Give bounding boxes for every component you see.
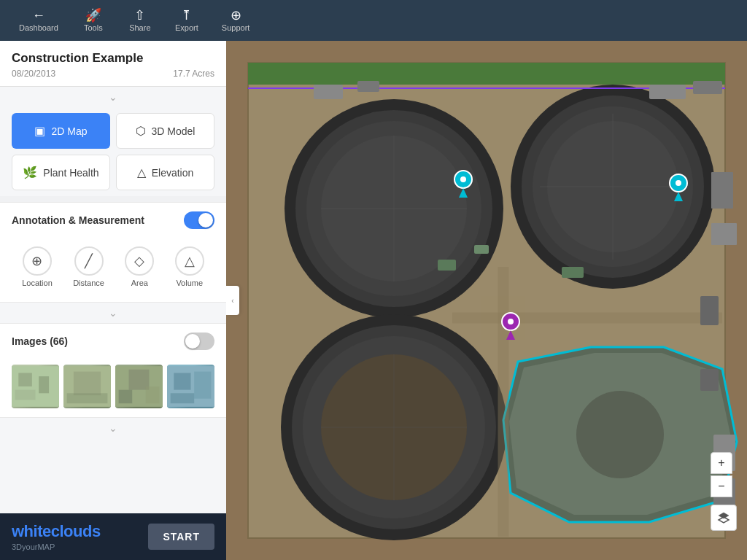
svg-point-57 bbox=[460, 176, 466, 182]
nav-share[interactable]: ⇧ Share bbox=[118, 4, 162, 36]
area-tool[interactable]: ◇ Area bbox=[119, 244, 160, 290]
brand-name: whiteclouds bbox=[12, 522, 101, 541]
annotation-header: Annotation & Measurement bbox=[0, 203, 226, 238]
aerial-map-svg bbox=[226, 41, 747, 560]
sidebar: Construction Example 08/20/2013 17.7 Acr… bbox=[0, 41, 226, 560]
volume-label: Volume bbox=[176, 279, 203, 287]
view-3d-model-label: 3D Model bbox=[152, 125, 196, 137]
location-tool[interactable]: ⊕ Location bbox=[16, 244, 58, 290]
svg-rect-45 bbox=[693, 81, 722, 94]
distance-label: Distance bbox=[73, 279, 104, 287]
mountain-icon: △ bbox=[137, 166, 146, 179]
nav-export[interactable]: ⤒ Export bbox=[165, 4, 209, 36]
view-2d-map-button[interactable]: ▣ 2D Map bbox=[12, 113, 110, 149]
image-thumb-4[interactable] bbox=[167, 365, 214, 408]
back-arrow-icon: ← bbox=[32, 9, 45, 22]
share-icon: ⇧ bbox=[134, 9, 145, 22]
zoom-in-button[interactable]: + bbox=[711, 452, 732, 474]
volume-tool[interactable]: △ Volume bbox=[169, 244, 210, 290]
project-header: Construction Example 08/20/2013 17.7 Acr… bbox=[0, 41, 226, 87]
svg-rect-6 bbox=[67, 393, 108, 403]
images-title: Images (66) bbox=[12, 335, 68, 347]
svg-rect-18 bbox=[248, 63, 725, 85]
images-toggle[interactable] bbox=[184, 332, 214, 350]
svg-rect-1 bbox=[18, 373, 32, 386]
images-grid bbox=[0, 365, 226, 417]
view-modes-grid: ▣ 2D Map ⬡ 3D Model 🌿 Plant Health △ Ele… bbox=[0, 107, 226, 196]
annotation-tools-row: ⊕ Location ╱ Distance ◇ Area △ Volume bbox=[0, 238, 226, 302]
main-layout: Construction Example 08/20/2013 17.7 Acr… bbox=[0, 41, 747, 560]
svg-rect-3 bbox=[15, 390, 36, 400]
nav-tools[interactable]: 🚀 Tools bbox=[71, 4, 115, 36]
svg-rect-44 bbox=[649, 85, 686, 99]
gap-divider-1 bbox=[0, 196, 226, 202]
layers-icon bbox=[717, 511, 730, 524]
collapse-annotation-arrow[interactable]: ⌄ bbox=[0, 303, 226, 323]
image-thumb-2[interactable] bbox=[63, 365, 111, 408]
map-layers-button[interactable] bbox=[711, 505, 737, 531]
svg-rect-14 bbox=[171, 393, 195, 403]
svg-rect-55 bbox=[711, 223, 737, 245]
collapse-images-arrow[interactable]: ⌄ bbox=[0, 418, 226, 438]
svg-point-63 bbox=[508, 319, 514, 324]
nav-support-label: Support bbox=[222, 23, 250, 32]
map-area[interactable]: ‹ + − bbox=[226, 41, 747, 560]
view-elevation-button[interactable]: △ Elevation bbox=[116, 155, 214, 190]
project-title: Construction Example bbox=[12, 51, 214, 66]
map-icon: ▣ bbox=[34, 124, 45, 138]
toggle-knob bbox=[198, 213, 213, 228]
brand-blue: clouds bbox=[51, 522, 101, 540]
start-button[interactable]: START bbox=[148, 524, 214, 550]
annotation-toggle[interactable] bbox=[184, 211, 214, 229]
view-3d-model-button[interactable]: ⬡ 3D Model bbox=[116, 113, 214, 149]
svg-rect-12 bbox=[174, 373, 190, 389]
distance-tool[interactable]: ╱ Distance bbox=[67, 244, 110, 290]
nav-support[interactable]: ⊕ Support bbox=[212, 4, 260, 36]
svg-rect-51 bbox=[562, 267, 584, 278]
export-icon: ⤒ bbox=[181, 9, 192, 22]
view-plant-health-button[interactable]: 🌿 Plant Health bbox=[12, 155, 110, 190]
brand-identity: whiteclouds 3DyourMAP bbox=[12, 522, 101, 551]
thumb-1-img bbox=[12, 365, 59, 408]
thumb-2-img bbox=[63, 365, 111, 408]
view-2d-map-label: 2D Map bbox=[51, 125, 87, 137]
svg-rect-9 bbox=[119, 390, 133, 404]
area-label: Area bbox=[131, 279, 148, 287]
location-label: Location bbox=[22, 279, 53, 287]
project-acres: 17.7 Acres bbox=[173, 69, 214, 79]
svg-rect-50 bbox=[474, 245, 489, 254]
image-thumb-3[interactable] bbox=[115, 365, 163, 408]
leaf-icon: 🌿 bbox=[23, 166, 37, 179]
cube-icon: ⬡ bbox=[136, 124, 146, 138]
rocket-icon: 🚀 bbox=[85, 9, 101, 22]
svg-point-40 bbox=[576, 391, 664, 478]
location-icon: ⊕ bbox=[23, 246, 52, 276]
distance-icon: ╱ bbox=[74, 246, 104, 276]
images-header: Images (66) bbox=[0, 324, 226, 359]
view-plant-health-label: Plant Health bbox=[43, 167, 98, 179]
image-thumb-1[interactable] bbox=[12, 365, 59, 408]
volume-icon: △ bbox=[175, 246, 204, 276]
images-section: Images (66) bbox=[0, 323, 226, 418]
map-zoom-controls: + − bbox=[711, 452, 737, 531]
nav-share-label: Share bbox=[129, 23, 150, 32]
brand-white: white bbox=[12, 522, 51, 540]
svg-rect-2 bbox=[39, 376, 49, 393]
nav-dashboard[interactable]: ← Dashboard bbox=[9, 4, 69, 36]
brand-sub: 3DyourMAP bbox=[12, 542, 101, 551]
nav-export-label: Export bbox=[175, 23, 198, 32]
branding-footer: whiteclouds 3DyourMAP START bbox=[0, 513, 226, 560]
annotation-title: Annotation & Measurement bbox=[12, 214, 144, 226]
svg-point-60 bbox=[676, 180, 681, 186]
svg-rect-49 bbox=[438, 260, 456, 271]
collapse-project-arrow[interactable]: ⌄ bbox=[0, 87, 226, 107]
zoom-out-button[interactable]: − bbox=[711, 475, 732, 497]
thumb-4-img bbox=[167, 365, 214, 408]
svg-rect-13 bbox=[194, 372, 211, 399]
svg-rect-42 bbox=[314, 85, 343, 99]
svg-rect-10 bbox=[146, 386, 160, 403]
project-meta: 08/20/2013 17.7 Acres bbox=[12, 69, 214, 79]
nav-dashboard-label: Dashboard bbox=[19, 23, 58, 32]
project-date: 08/20/2013 bbox=[12, 69, 55, 79]
map-collapse-arrow[interactable]: ‹ bbox=[226, 286, 239, 315]
